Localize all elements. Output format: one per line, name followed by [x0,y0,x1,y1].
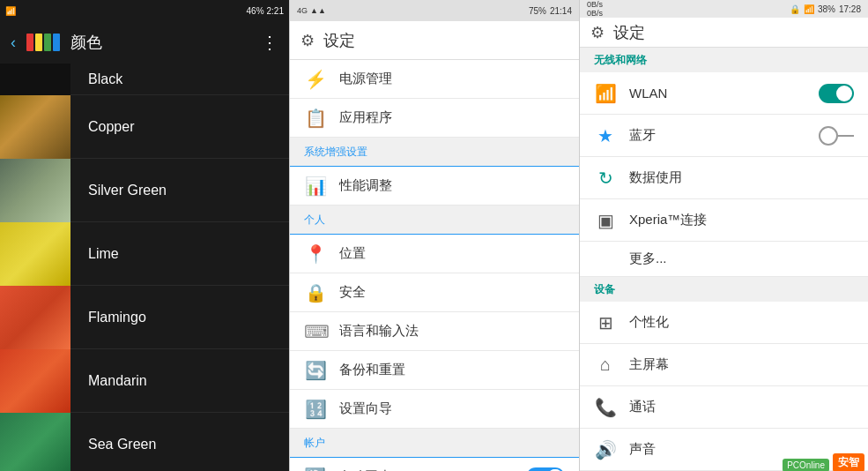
cast-icon: ▣ [594,210,617,231]
list-item[interactable]: Copper [0,95,289,159]
panel-color-list: 📶 46% 2:21 ‹ 颜色 ⋮ Black Copper Silver G [0,0,289,471]
language-label: 语言和输入法 [339,323,419,340]
list-item[interactable]: Silver Green [0,159,289,222]
status-bar-panel3: 0B/s 0B/s 🔒 📶 38% 17:28 [580,0,868,18]
back-icon[interactable]: ‹ [11,34,16,52]
list-item[interactable]: Black [0,64,289,95]
wireless-section-text: 无线和网络 [594,53,647,68]
network-item-data[interactable]: ↻ 数据使用 [580,157,868,199]
data-speed: 0B/s 0B/s [587,0,603,18]
color-name-mandarin: Mandarin [70,373,147,389]
section-header-account: 帐户 [290,429,579,457]
settings-item-security[interactable]: 🔒 安全 [290,273,579,312]
wlan-toggle[interactable] [819,84,854,103]
panel3-header: ⚙ 设定 [580,18,868,48]
color-block-yellow [35,34,42,51]
color-thumbnail-lime [0,222,70,286]
status-bar-panel2: 4G ▲▲ 75% 21:14 [290,0,579,21]
list-item[interactable]: Sea Green [0,413,289,471]
sync-toggle[interactable]: 打开 [526,467,565,472]
battery-label: 46% [247,6,264,16]
status-left-panel2: 4G ▲▲ [297,6,326,15]
bluetooth-icon: ★ [594,125,617,146]
apps-icon: 📋 [304,108,327,129]
network-item-phone[interactable]: 📞 通话 [580,386,868,429]
personalize-icon: ⊞ [594,312,617,333]
keyboard-icon: ⌨ [304,321,327,342]
settings-item-performance[interactable]: 📊 性能调整 [290,167,579,206]
performance-label: 性能调整 [339,177,392,194]
network-item-sound[interactable]: 🔊 声音 PCOnline 安智 [580,429,868,471]
location-icon: 📍 [304,243,327,265]
device-section-text: 设备 [594,282,615,297]
apps-label: 应用程序 [339,109,392,126]
settings-item-backup[interactable]: 🔄 备份和重置 [290,351,579,390]
settings-item-wizard[interactable]: 🔢 设置向导 [290,390,579,429]
network-item-personalize[interactable]: ⊞ 个性化 [580,302,868,344]
network-item-home[interactable]: ⌂ 主屏幕 [580,344,868,386]
network-item-more[interactable]: 更多... [580,242,868,277]
settings-item-autosync[interactable]: 🔃 自动同步 打开 [290,458,579,471]
bluetooth-toggle[interactable] [819,126,838,146]
color-blocks-icon [26,34,60,51]
list-item[interactable]: Mandarin [0,349,289,413]
status-right-p3: 🔒 📶 38% 17:28 [790,4,861,14]
section-label-system: 系统增强设置 [304,145,367,160]
settings-item-location[interactable]: 📍 位置 [290,235,579,273]
personalize-label: 个性化 [629,314,854,331]
network-item-wlan[interactable]: 📶 WLAN [580,72,868,115]
network-item-bluetooth[interactable]: ★ 蓝牙 [580,115,868,157]
panel-settings-menu: 4G ▲▲ 75% 21:14 ⚙ 设定 ⚡ 电源管理 📋 应用程序 系统增强设… [289,0,580,471]
status-right-p2: 75% 21:14 [529,6,572,16]
section-label-personal: 个人 [304,213,325,228]
color-block-red [26,34,33,51]
time-p3: 17:28 [839,4,861,14]
home-icon: ⌂ [594,355,617,375]
security-label: 安全 [339,284,366,301]
section-label-account: 帐户 [304,436,325,451]
color-name-silvergreen: Silver Green [70,183,167,198]
section-header-system: 系统增强设置 [290,138,579,166]
data-label: 数据使用 [629,169,854,186]
panel1-header: ‹ 颜色 ⋮ [0,21,289,64]
settings-item-power[interactable]: ⚡ 电源管理 [290,60,579,99]
list-item[interactable]: Flamingo [0,286,289,349]
toggle-line [838,135,854,137]
data-up: 0B/s [587,9,603,18]
phone-label: 通话 [629,399,854,415]
sound-label: 声音 [629,441,854,458]
backup-icon: 🔄 [304,360,327,381]
bluetooth-label: 蓝牙 [629,127,806,144]
more-label: 更多... [629,250,667,267]
volume-icon: 🔊 [594,439,617,460]
panel2-title: 设定 [323,30,355,51]
wlan-label: WLAN [629,86,806,101]
list-item[interactable]: Lime [0,222,289,286]
phone-icon: 📞 [594,397,617,418]
home-label: 主屏幕 [629,356,854,373]
data-usage-icon: ↻ [594,168,617,189]
xperia-label: Xperia™连接 [629,212,854,228]
color-thumbnail-copper [0,95,70,159]
network-label-p2: 4G [297,6,308,15]
lock-icon-p3: 🔒 [790,4,800,14]
more-icon[interactable]: ⋮ [261,32,278,53]
color-name-black: Black [70,71,122,87]
settings-item-apps[interactable]: 📋 应用程序 [290,99,579,138]
network-item-xperia[interactable]: ▣ Xperia™连接 [580,199,868,242]
power-label: 电源管理 [339,71,392,87]
color-thumbnail-flamingo [0,286,70,349]
battery-p2: 75% [529,6,546,16]
wizard-label: 设置向导 [339,400,392,417]
location-label: 位置 [339,245,366,262]
time-label: 2:21 [267,6,284,16]
bluetooth-toggle-container [819,126,854,146]
color-name-flamingo: Flamingo [70,310,146,325]
settings-item-language[interactable]: ⌨ 语言和输入法 [290,312,579,351]
gear-icon-p3: ⚙ [590,23,605,42]
security-icon: 🔒 [304,282,327,303]
status-icons-left: 📶 [5,6,16,16]
panel1-title: 颜色 [70,32,250,53]
time-p2: 21:14 [550,6,572,16]
settings-list: ⚡ 电源管理 📋 应用程序 系统增强设置 📊 性能调整 个人 📍 位置 🔒 安全 [290,60,579,471]
